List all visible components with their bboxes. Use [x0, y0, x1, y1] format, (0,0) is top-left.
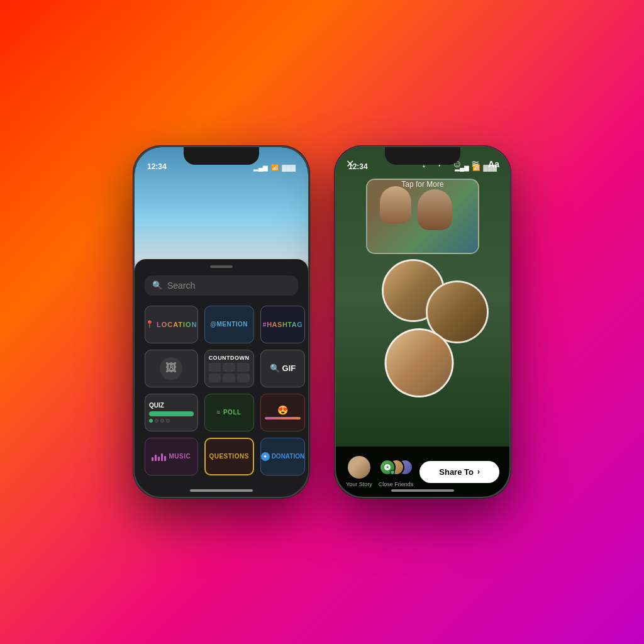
emoji-icon: 😍 — [277, 405, 288, 415]
your-story-label: Your Story — [346, 481, 372, 487]
countdown-label: COUNTDOWN — [209, 355, 250, 361]
quiz-dot-3 — [160, 419, 164, 423]
quiz-bar — [149, 411, 194, 416]
portrait-face-3 — [387, 330, 452, 396]
music-bar-4 — [161, 453, 163, 461]
group-photo-top — [366, 179, 479, 254]
donation-label: DONATION — [272, 453, 305, 460]
star-icon: ★ — [386, 465, 389, 470]
your-story-avatar — [348, 456, 370, 479]
mention-label: @MENTION — [210, 321, 248, 328]
text-button[interactable]: Aa — [488, 159, 499, 169]
phone2-home-bar — [391, 489, 454, 492]
quiz-dot-1 — [149, 419, 153, 423]
questions-label: QUESTIONS — [209, 453, 248, 460]
sticker-music[interactable]: MUSIC — [145, 438, 198, 475]
poll-label: POLL — [223, 409, 242, 416]
sticker-location[interactable]: 📍 LOCATION — [145, 306, 198, 343]
portrait-circle-3 — [385, 328, 454, 397]
sticker-donation[interactable]: ● DONATION — [260, 438, 306, 475]
status-time-1: 12:34 — [147, 162, 167, 171]
quiz-label: QUIZ — [149, 402, 164, 409]
phone2-notch — [385, 147, 460, 165]
sticker-panel: 🔍 Search 📍 LOCATION @MENTION — [135, 259, 308, 497]
signal-icon: ▂▄▆ — [253, 164, 268, 171]
countdown-box-1 — [209, 363, 221, 372]
sticker-quiz[interactable]: QUIZ — [145, 394, 198, 431]
emoji-row: 😍 — [277, 405, 288, 415]
music-label: MUSIC — [169, 453, 191, 460]
countdown-grid — [209, 363, 250, 382]
draw-button[interactable]: ≋ — [471, 158, 479, 170]
photo-icon: 🖼 — [160, 357, 182, 380]
poll-lines-icon: ≡ — [217, 409, 221, 416]
close-friends-option[interactable]: ★ Close Friends — [379, 456, 414, 487]
sticker-grid: 📍 LOCATION @MENTION #HASHTAG — [145, 306, 298, 475]
music-bar-2 — [155, 455, 157, 461]
phones-container: 12:34 ▂▄▆ 📶 ▓▓▓ 🔍 — [133, 146, 511, 498]
sticker-questions[interactable]: QUESTIONS — [204, 438, 254, 475]
sticker-photo[interactable]: 🖼 — [145, 350, 198, 387]
green-dot — [390, 470, 395, 475]
gif-search-icon: 🔍 — [270, 364, 280, 373]
battery-icon: ▓▓▓ — [282, 164, 296, 171]
hashtag-label: #HASHTAG — [263, 321, 303, 328]
search-icon: 🔍 — [152, 280, 162, 290]
music-bar-5 — [164, 456, 166, 461]
sticker-countdown[interactable]: COUNTDOWN — [204, 350, 254, 387]
search-placeholder: Search — [167, 280, 195, 291]
chevron-right-icon: › — [477, 467, 480, 476]
countdown-box-5 — [223, 374, 235, 382]
phone-2: 12:34 ▂▄▆ 📶 ▓▓▓ ✕ ↓ ✦ ☺ ≋ Aa — [335, 146, 511, 498]
countdown-box-4 — [209, 374, 221, 382]
close-story-button[interactable]: ✕ — [346, 158, 354, 170]
phone2-screen: 12:34 ▂▄▆ 📶 ▓▓▓ ✕ ↓ ✦ ☺ ≋ Aa — [336, 147, 509, 497]
music-bars — [152, 452, 166, 461]
person-1 — [380, 186, 411, 224]
phone1-screen: 12:34 ▂▄▆ 📶 ▓▓▓ 🔍 — [135, 147, 308, 497]
search-bar[interactable]: 🔍 Search — [145, 275, 298, 296]
location-pin-icon: 📍 — [145, 320, 154, 328]
emoji-slider-track — [265, 417, 301, 419]
phone1-home-bar — [190, 489, 253, 492]
tap-for-more-label: Tap for More — [336, 180, 509, 189]
story-photo-background — [336, 147, 509, 447]
countdown-box-6 — [237, 374, 250, 382]
phone-1: 12:34 ▂▄▆ 📶 ▓▓▓ 🔍 — [133, 146, 309, 498]
close-friends-label: Close Friends — [379, 481, 414, 487]
donation-icon: ● — [261, 452, 270, 461]
music-bar-1 — [152, 457, 153, 461]
your-story-option[interactable]: Your Story — [346, 456, 372, 487]
quiz-dot-4 — [166, 419, 170, 423]
sticker-gif[interactable]: 🔍 GIF — [260, 350, 306, 387]
phone1-notch — [184, 147, 259, 165]
sticker-mention[interactable]: @MENTION — [204, 306, 254, 343]
close-friends-star: ★ — [384, 464, 391, 470]
panel-handle — [210, 265, 233, 268]
wifi-icon: 📶 — [271, 164, 279, 171]
share-to-label: Share To — [439, 467, 474, 477]
gif-label: GIF — [282, 364, 296, 373]
countdown-box-2 — [223, 363, 235, 372]
close-friends-avatar-1: ★ — [379, 459, 396, 475]
status-icons-1: ▂▄▆ 📶 ▓▓▓ — [253, 164, 296, 171]
quiz-dots — [149, 419, 170, 423]
your-story-avatar-image — [348, 456, 370, 479]
share-to-button[interactable]: Share To › — [419, 461, 499, 483]
sticker-hashtag[interactable]: #HASHTAG — [260, 306, 306, 343]
sticker-poll[interactable]: ≡ POLL — [204, 394, 254, 431]
sticker-emoji-slider[interactable]: 😍 — [260, 394, 306, 431]
countdown-box-3 — [237, 363, 250, 372]
quiz-dot-2 — [155, 419, 158, 423]
music-bar-3 — [158, 457, 160, 461]
group-photo-inner — [367, 180, 478, 253]
person-2 — [418, 189, 452, 230]
location-label: LOCATION — [157, 321, 197, 328]
close-friends-avatars: ★ — [379, 456, 412, 479]
